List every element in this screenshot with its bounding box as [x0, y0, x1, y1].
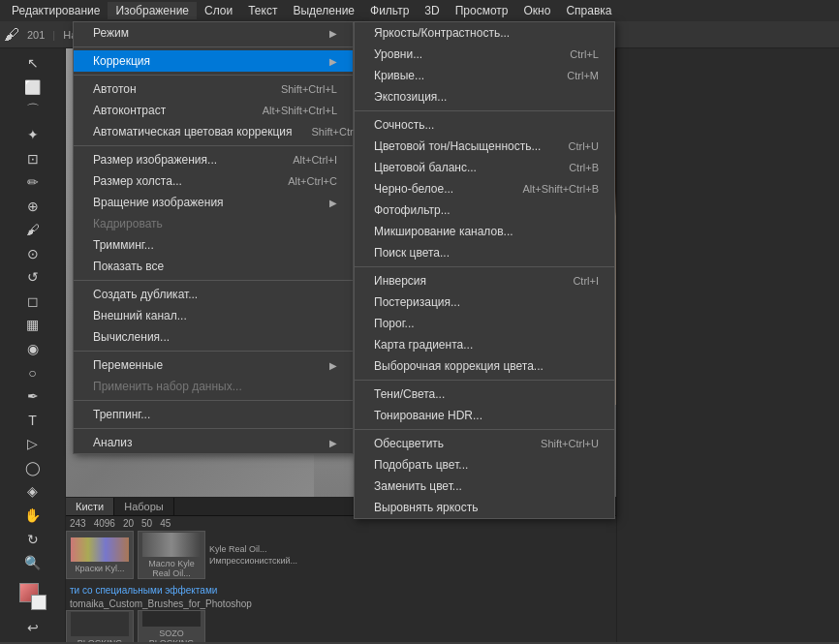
- menu-text[interactable]: Текст: [240, 2, 285, 19]
- corr-huesat[interactable]: Цветовой тон/Насыщенность... Ctrl+U: [355, 136, 614, 157]
- corr-invert[interactable]: Инверсия Ctrl+I: [355, 270, 614, 291]
- brush-thumb-1[interactable]: Краски Kyl...: [66, 531, 134, 579]
- tool-move[interactable]: ↖: [19, 52, 47, 75]
- corr-threshold[interactable]: Порог...: [355, 313, 614, 334]
- tool-zoom[interactable]: 🔍: [19, 552, 47, 574]
- levels-shortcut: Ctrl+L: [570, 48, 599, 60]
- corr-bw[interactable]: Черно-белое... Alt+Shift+Ctrl+B: [355, 178, 614, 199]
- menu-window[interactable]: Окно: [515, 2, 558, 19]
- desaturate-shortcut: Shift+Ctrl+U: [541, 438, 599, 449]
- tool-hand[interactable]: ✋: [19, 505, 47, 527]
- tool-dodge[interactable]: ○: [19, 361, 47, 383]
- corr-sep-3: [355, 380, 614, 381]
- menu-item-rotate[interactable]: Вращение изображения ▶: [74, 192, 353, 213]
- corr-colorbalance[interactable]: Цветовой баланс... Ctrl+B: [355, 157, 614, 178]
- image-menu-dropdown[interactable]: Режим ▶ Коррекция ▶ Автотон Shift+Ctrl+L…: [73, 21, 354, 454]
- brushes-link[interactable]: ти со специальными эффектами: [66, 583, 221, 598]
- blocking-thumb-1[interactable]: BLOCKING BR...: [66, 610, 134, 642]
- menu-item-variables[interactable]: Переменные ▶: [74, 354, 353, 376]
- menu-item-trapping[interactable]: Треппинг...: [74, 404, 353, 425]
- tab-brushes[interactable]: Кисти: [66, 498, 114, 515]
- menu-item-imagesize[interactable]: Размер изображения... Alt+Ctrl+I: [74, 149, 353, 170]
- invert-label: Инверсия: [374, 274, 426, 288]
- tool-pen[interactable]: ✒: [19, 385, 47, 408]
- undo-icon[interactable]: ↩: [19, 616, 47, 638]
- menu-selection[interactable]: Выделение: [285, 2, 362, 19]
- menu-item-canvassize[interactable]: Размер холста... Alt+Ctrl+C: [74, 170, 353, 192]
- blocking-thumb-2[interactable]: SOZO BLOCKING BR...: [138, 610, 205, 642]
- menu-item-correction[interactable]: Коррекция ▶: [74, 50, 353, 72]
- corr-vibrance[interactable]: Сочность...: [355, 114, 614, 136]
- menu-3d[interactable]: 3D: [417, 2, 447, 19]
- brush-thumb-2[interactable]: Масло Kyle Real Oil...: [138, 531, 205, 579]
- toolbar-number: 201: [27, 29, 45, 41]
- tool-type[interactable]: T: [19, 409, 47, 431]
- tool-gradient[interactable]: ▦: [19, 314, 47, 336]
- tool-stamp[interactable]: ⊙: [19, 243, 47, 265]
- corr-levels[interactable]: Уровни... Ctrl+L: [355, 44, 614, 65]
- menu-item-autotone[interactable]: Автотон Shift+Ctrl+L: [74, 78, 353, 100]
- menu-item-mode[interactable]: Режим ▶: [74, 22, 353, 44]
- autocolor-label: Автоматическая цветовая коррекция: [93, 125, 293, 138]
- background-color[interactable]: [31, 595, 47, 610]
- imagesize-shortcut: Alt+Ctrl+I: [293, 154, 337, 166]
- exposure-label: Экспозиция...: [374, 90, 447, 104]
- tool-lasso[interactable]: ⌒: [19, 100, 47, 122]
- hdrtoning-label: Тонирование HDR...: [374, 409, 482, 422]
- tool-history-brush[interactable]: ↺: [19, 266, 47, 289]
- menu-item-showall[interactable]: Показать все: [74, 256, 353, 277]
- menu-image[interactable]: Изображение: [108, 2, 197, 19]
- tool-3d[interactable]: ◈: [19, 480, 47, 503]
- tool-blur[interactable]: ◉: [19, 338, 47, 360]
- separator-3: [74, 145, 353, 146]
- correction-menu-dropdown[interactable]: Яркость/Контрастность... Уровни... Ctrl+…: [354, 21, 615, 519]
- tool-eraser[interactable]: ◻: [19, 291, 47, 313]
- menu-correction-label: Коррекция: [93, 54, 150, 68]
- menu-item-analysis[interactable]: Анализ ▶: [74, 432, 353, 453]
- corr-shadowshl[interactable]: Тени/Света...: [355, 383, 614, 405]
- huesat-label: Цветовой тон/Насыщенность...: [374, 139, 541, 153]
- menu-layers[interactable]: Слои: [197, 2, 240, 19]
- tool-heal[interactable]: ⊕: [19, 195, 47, 217]
- tool-eyedropper[interactable]: ✏: [19, 171, 47, 194]
- menu-filter[interactable]: Фильтр: [362, 2, 417, 19]
- tab-sets[interactable]: Наборы: [114, 498, 174, 515]
- corr-exposure[interactable]: Экспозиция...: [355, 86, 614, 107]
- canvassize-shortcut: Alt+Ctrl+C: [288, 175, 337, 187]
- menu-item-trim[interactable]: Тримминг...: [74, 234, 353, 256]
- tool-shape[interactable]: ◯: [19, 457, 47, 479]
- menu-item-calculations[interactable]: Вычисления...: [74, 326, 353, 348]
- corr-replacecolor[interactable]: Заменить цвет...: [355, 475, 614, 497]
- corr-channelmixer[interactable]: Микширование каналов...: [355, 221, 614, 242]
- corr-colorlookup[interactable]: Поиск цвета...: [355, 242, 614, 263]
- corr-matchcolor[interactable]: Подобрать цвет...: [355, 454, 614, 475]
- menu-item-extchannel[interactable]: Внешний канал...: [74, 305, 353, 326]
- corr-curves[interactable]: Кривые... Ctrl+M: [355, 65, 614, 86]
- tool-path-select[interactable]: ▷: [19, 433, 47, 455]
- trapping-label: Треппинг...: [93, 408, 150, 421]
- menu-item-autocolor[interactable]: Автоматическая цветовая коррекция Shift+…: [74, 121, 353, 142]
- tool-brush[interactable]: 🖌: [19, 219, 47, 241]
- levels-label: Уровни...: [374, 47, 422, 61]
- corr-brightness[interactable]: Яркость/Контрастность...: [355, 22, 614, 44]
- corr-posterize[interactable]: Постеризация...: [355, 291, 614, 313]
- corr-equalize[interactable]: Выровнять яркость: [355, 497, 614, 518]
- corr-photofilter[interactable]: Фотофильтр...: [355, 199, 614, 221]
- menu-item-autocontrast[interactable]: Автоконтраст Alt+Shift+Ctrl+L: [74, 100, 353, 121]
- menu-edit[interactable]: Редактирование: [4, 2, 108, 19]
- brush-label-imp: Импрессионистский...: [209, 556, 297, 566]
- huesat-shortcut: Ctrl+U: [569, 140, 599, 152]
- menu-item-duplicate[interactable]: Создать дубликат...: [74, 284, 353, 305]
- tool-select-rect[interactable]: ⬜: [19, 77, 47, 99]
- corr-hdrtoning[interactable]: Тонирование HDR...: [355, 405, 614, 426]
- tool-crop[interactable]: ⊡: [19, 147, 47, 169]
- menu-help[interactable]: Справка: [558, 2, 619, 19]
- fg-bg-colors[interactable]: [19, 583, 47, 610]
- tool-magic-wand[interactable]: ✦: [19, 124, 47, 146]
- corr-gradmap[interactable]: Карта градиента...: [355, 334, 614, 355]
- menu-view[interactable]: Просмотр: [448, 2, 516, 19]
- corr-desaturate[interactable]: Обесцветить Shift+Ctrl+U: [355, 433, 614, 454]
- corr-selectivecolor[interactable]: Выборочная коррекция цвета...: [355, 355, 614, 377]
- tool-rotate-view[interactable]: ↻: [19, 528, 47, 550]
- menu-item-applydata: Применить набор данных...: [74, 376, 353, 397]
